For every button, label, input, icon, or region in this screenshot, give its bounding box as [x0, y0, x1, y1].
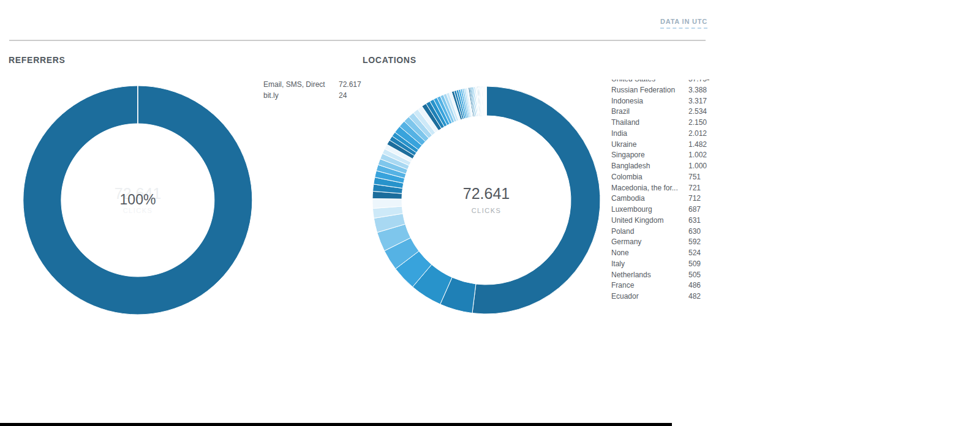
data-in-utc-link[interactable]: DATA IN UTC [660, 18, 707, 29]
legend-row[interactable]: Indonesia3.317 [611, 96, 709, 107]
legend-row[interactable]: Poland630 [611, 226, 709, 237]
legend-label: Brazil [611, 106, 688, 118]
legend-value: 524 [688, 248, 701, 259]
legend-label: United States [611, 80, 688, 85]
legend-value: 509 [688, 259, 701, 270]
legend-row[interactable]: Luxembourg687 [611, 204, 709, 215]
legend-value: 1.000 [688, 161, 707, 172]
legend-row[interactable]: Netherlands505 [611, 270, 709, 281]
donut-slice[interactable] [472, 86, 600, 314]
legend-label: Macedonia, the for... [611, 183, 688, 194]
legend-row[interactable]: Thailand2.150 [611, 118, 709, 129]
legend-row[interactable]: Italy509 [611, 259, 709, 270]
legend-label: Bangladesh [611, 161, 688, 172]
legend-row[interactable]: India2.012 [611, 129, 709, 140]
stats-page: DATA IN UTC REFERRERS LOCATIONS 72.641 C… [0, 0, 980, 426]
referrers-legend: Email, SMS, Direct72.617bit.ly24 [263, 80, 374, 102]
legend-label: Luxembourg [611, 204, 688, 215]
legend-value: 3.388 [688, 85, 707, 96]
legend-value: 24 [339, 91, 347, 102]
legend-label: Cambodia [611, 193, 688, 204]
legend-row[interactable]: Russian Federation3.388 [611, 85, 709, 96]
bottom-window-edge [0, 423, 672, 426]
locations-donut-chart[interactable] [371, 84, 602, 316]
locations-legend: United States37.754Russian Federation3.3… [611, 80, 709, 302]
legend-row[interactable]: Ecuador482 [611, 291, 709, 302]
legend-label: Email, SMS, Direct [263, 80, 339, 91]
legend-label: Indonesia [611, 96, 688, 107]
legend-row[interactable]: None524 [611, 248, 709, 259]
legend-row[interactable]: Bangladesh1.000 [611, 161, 709, 172]
legend-value: 2.150 [688, 118, 707, 129]
legend-label: Singapore [611, 150, 688, 161]
legend-label: Poland [611, 226, 688, 237]
legend-value: 482 [688, 291, 701, 302]
legend-value: 486 [688, 280, 701, 291]
legend-value: 37.754 [688, 80, 709, 85]
legend-label: Russian Federation [611, 85, 688, 96]
legend-value: 721 [688, 183, 701, 194]
legend-value: 3.317 [688, 96, 707, 107]
legend-value: 751 [688, 172, 701, 183]
legend-row[interactable]: Germany592 [611, 237, 709, 248]
referrers-donut-chart[interactable] [22, 84, 254, 316]
legend-row[interactable]: Brazil2.534 [611, 106, 709, 118]
legend-row[interactable]: France486 [611, 280, 709, 291]
legend-label: India [611, 129, 688, 140]
legend-row[interactable]: Singapore1.002 [611, 150, 709, 161]
legend-row[interactable]: Macedonia, the for...721 [611, 183, 709, 194]
legend-row[interactable]: Colombia751 [611, 172, 709, 183]
referrers-section-title: REFERRERS [9, 55, 66, 65]
legend-label: Ecuador [611, 291, 688, 302]
legend-value: 505 [688, 270, 701, 281]
legend-label: United Kingdom [611, 215, 688, 226]
legend-value: 1.482 [688, 140, 707, 151]
legend-value: 712 [688, 193, 701, 204]
legend-row[interactable]: United Kingdom631 [611, 215, 709, 226]
legend-label: None [611, 248, 688, 259]
locations-section-title: LOCATIONS [363, 55, 417, 65]
legend-label: France [611, 280, 688, 291]
legend-row[interactable]: bit.ly24 [263, 91, 374, 102]
legend-value: 2.534 [688, 106, 707, 118]
legend-label: Thailand [611, 118, 688, 129]
legend-row[interactable]: Cambodia712 [611, 193, 709, 204]
legend-label: Germany [611, 237, 688, 248]
header-divider [9, 40, 706, 41]
legend-label: Ukraine [611, 140, 688, 151]
legend-label: bit.ly [263, 91, 339, 102]
legend-value: 2.012 [688, 129, 707, 140]
legend-row[interactable]: Ukraine1.482 [611, 140, 709, 151]
legend-value: 592 [688, 237, 701, 248]
legend-value: 72.617 [339, 80, 361, 91]
legend-label: Netherlands [611, 270, 688, 281]
legend-row[interactable]: Email, SMS, Direct72.617 [263, 80, 374, 91]
legend-value: 687 [688, 204, 701, 215]
locations-legend-viewport[interactable]: United States37.754Russian Federation3.3… [611, 80, 709, 305]
legend-row[interactable]: United States37.754 [611, 80, 709, 85]
legend-label: Italy [611, 259, 688, 270]
legend-value: 1.002 [688, 150, 707, 161]
legend-label: Colombia [611, 172, 688, 183]
legend-value: 631 [688, 215, 701, 226]
legend-value: 630 [688, 226, 701, 237]
